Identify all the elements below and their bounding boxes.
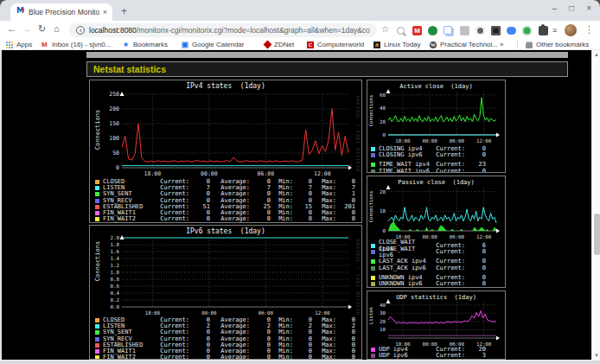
tab-list-icon[interactable]: ≡ — [552, 26, 556, 35]
legend-swatch — [371, 282, 375, 286]
legend-swatch — [371, 244, 375, 248]
bookmark-apps[interactable]: Apps — [6, 40, 32, 49]
x-tick: 00:00 — [422, 234, 437, 239]
scrollbar[interactable]: ▲ ▼ — [591, 50, 600, 360]
rrdtool-watermark: RRDTOOL / TOBI OETIKER — [355, 239, 361, 316]
bookmark-linuxtoday[interactable]: /t Linux Today — [373, 40, 421, 49]
legend-row: TIME_WAIT ipv6Current:0 — [371, 169, 501, 173]
y-tick: 0.8 — [111, 277, 120, 282]
y-axis-arrow — [386, 299, 391, 303]
section-title: Netstat statistics — [93, 64, 166, 74]
y-tick: 200 — [109, 105, 119, 112]
legend-swatch — [371, 250, 375, 254]
ipv4-graph-title: IPv4 states (1day) — [90, 82, 361, 90]
y-tick: 50 — [112, 150, 119, 156]
y-tick: 2.0 — [111, 235, 120, 240]
circle-extension-icon[interactable] — [522, 26, 532, 35]
forward-icon[interactable]: → — [22, 23, 32, 34]
address-bar[interactable]: i localhost:8080/monitorix-cgi/monitorix… — [69, 23, 377, 37]
window-left-edge — [0, 50, 2, 360]
legend-swatch — [95, 343, 99, 348]
active-plot: 604020018:0000:0006:0012:00 — [367, 90, 505, 145]
new-tab-button[interactable]: + — [121, 5, 127, 17]
y-tick: 0.0 — [111, 304, 120, 310]
scrollbar-thumb[interactable] — [594, 214, 600, 255]
bookmark-computerworld[interactable]: C Computerworld — [307, 40, 364, 49]
eye-extension-icon[interactable] — [476, 26, 485, 35]
square-extension-icon[interactable] — [460, 26, 469, 35]
y-tick: 60 — [380, 93, 386, 98]
y-axis-arrow — [120, 92, 124, 96]
minimize-button[interactable]: – — [552, 3, 558, 13]
bookmark-practical[interactable]: W Practical Technol... — [430, 40, 498, 49]
bookmark-zdnet[interactable]: ZDNet — [265, 40, 294, 49]
page-info-icon[interactable]: i — [76, 26, 85, 35]
legend-swatch — [95, 186, 99, 190]
legend-swatch — [95, 180, 99, 184]
window-close-button[interactable]: × — [586, 3, 591, 13]
browser-menu-icon[interactable]: ⋮ — [584, 24, 594, 35]
series-ESTABLISHED — [122, 109, 348, 163]
legend-row: UNKNOWN ipv6Current:0 — [371, 281, 501, 287]
ipv6-states-graph[interactable]: IPv6 states (1day) Connections 2.01.81.6… — [89, 225, 362, 360]
legend-swatch — [371, 354, 375, 358]
reload-icon[interactable]: ↻ — [38, 23, 46, 35]
y-axis-arrow — [386, 185, 391, 189]
bookmark-inbox[interactable]: M Inbox (16) - sjvn0... — [41, 40, 111, 49]
legend-average-value: 0 — [250, 216, 271, 222]
search-extension-icon[interactable] — [397, 27, 405, 35]
copy-extension-icon[interactable] — [444, 26, 452, 35]
x-tick: 18:00 — [145, 310, 161, 316]
home-icon[interactable]: ⌂ — [54, 23, 60, 34]
y-tick: 250 — [109, 91, 119, 98]
bookmarks-divider — [517, 41, 518, 48]
bookmark-other-folder[interactable]: Other bookmarks — [526, 40, 589, 49]
passive-close-graph[interactable]: Passive close (1day) Connections 2010018… — [367, 176, 506, 288]
legend-row: UDP ipv6Current:3 — [371, 353, 501, 359]
legend-current-label: Current: — [158, 216, 189, 222]
legend-current-value: 0 — [465, 281, 486, 287]
back-icon[interactable]: ← — [7, 23, 16, 34]
profile-avatar[interactable] — [565, 24, 577, 36]
legend-current-label: Current: — [432, 169, 465, 173]
scrollbar-down-icon[interactable]: ▼ — [593, 353, 600, 358]
udp-statistics-graph[interactable]: UDP statistics (1day) Listen 4030201018:… — [367, 291, 506, 360]
legend-current-label: Current: — [432, 281, 465, 287]
pill-extension-icon[interactable] — [507, 27, 516, 35]
app-extension-icon[interactable] — [491, 26, 501, 35]
y-tick: 0.4 — [111, 291, 120, 296]
extensions-puzzle-icon[interactable] — [539, 26, 548, 35]
legend-current-value: 0 — [189, 216, 210, 222]
maximize-button[interactable]: □ — [569, 3, 574, 13]
y-tick: 1.2 — [111, 263, 119, 268]
x-tick: 12:00 — [314, 170, 331, 177]
bookmarks-overflow-chevron[interactable]: » — [500, 40, 503, 49]
folder-icon — [526, 43, 533, 48]
globe-extension-icon[interactable] — [428, 26, 437, 35]
legend-row: FIN_WAIT2Current:0Average:0Min:0Max:0 — [95, 216, 358, 222]
legend-swatch — [371, 259, 375, 264]
legend-swatch — [95, 324, 99, 329]
y-tick: 10 — [380, 208, 386, 214]
ipv4-states-graph[interactable]: IPv4 states (1day) Connections 250200150… — [89, 80, 362, 223]
monitorix-favicon-icon: M — [16, 8, 24, 16]
legend-name: CLOSING ipv6 — [379, 152, 432, 158]
x-tick: 18:00 — [395, 138, 411, 144]
bookmark-bookmarks[interactable]: ★ Bookmarks — [123, 40, 168, 49]
ipv6-graph-title: IPv6 states (1day) — [90, 227, 361, 235]
active-close-graph[interactable]: Active close (1day) Connections 60402001… — [367, 80, 506, 173]
bookmark-calendar[interactable]: Google Calendar — [182, 40, 244, 49]
mail-extension-icon[interactable]: M — [412, 26, 422, 35]
legend-swatch — [95, 318, 99, 322]
tab-close-icon[interactable]: × — [103, 8, 107, 16]
legend-swatch — [371, 169, 375, 173]
y-tick: 20 — [380, 119, 386, 125]
browser-tab[interactable]: M Blue Precision Monitorix × — [10, 3, 112, 21]
y-tick: 0 — [383, 132, 386, 137]
legend-name: UNKNOWN ipv6 — [379, 281, 432, 287]
bookmark-star-icon[interactable]: ☆ — [381, 24, 389, 34]
legend-swatch — [371, 153, 375, 157]
calendar-icon — [182, 42, 188, 48]
scrollbar-up-icon[interactable]: ▲ — [593, 52, 600, 57]
x-tick: 00:00 — [201, 170, 218, 177]
